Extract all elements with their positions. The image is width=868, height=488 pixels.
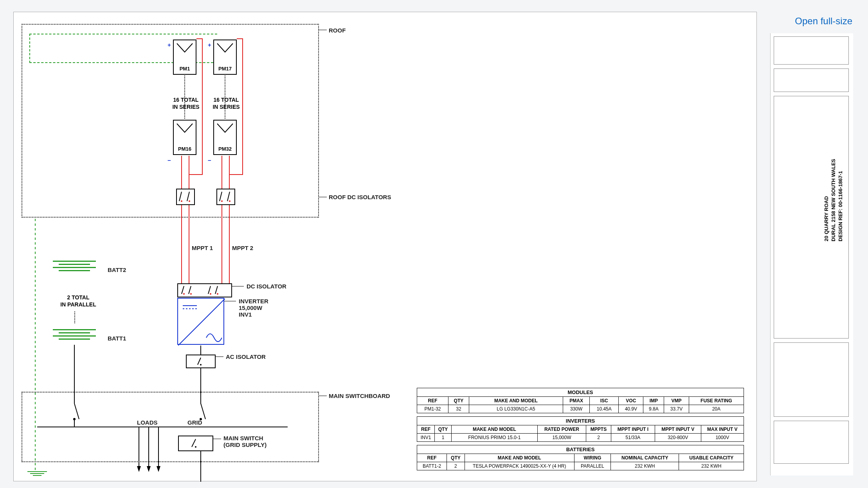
th: MPPTS [586,425,611,434]
th: USABLE CAPACITY [679,454,744,462]
batt2-label: BATT2 [108,267,126,273]
th: MAKE AND MODEL [465,454,574,462]
inverters-title: INVERTERS [417,417,744,425]
td: 51/33A [611,434,655,442]
td: 15,000W [537,434,586,442]
batt-dotted [74,312,75,323]
th: QTY [448,397,469,405]
thumbnail-5[interactable] [774,421,849,464]
svg-marker-42 [137,466,141,472]
batteries-title: BATTERIES [417,445,744,454]
battery-batt1-symbol [53,327,100,342]
table-inverters: INVERTERS REF QTY MAKE AND MODEL RATED P… [417,416,744,442]
td: INV1 [417,434,435,442]
td: FRONIUS PRIMO 15.0-1 [451,434,537,442]
roof-label: ROOF [329,27,346,34]
th: WIRING [574,454,610,462]
td: 232 KWH [611,462,679,470]
thumbnail-3[interactable]: 20 QUARRY ROAD DURAL 2158 NEW SOUTH WALE… [774,96,849,339]
th: MPPT INPUT I [611,425,655,434]
main-switch [178,436,213,451]
tb-line3: DESIGN REF: 00-1166-1867-1 [837,159,845,241]
th: REF [417,454,447,462]
main-switch-sub: (GRID SUPPLY) [223,441,267,448]
tb-line2: DURAL 2158 NEW SOUTH WALES [830,159,837,241]
th: REF [417,425,435,434]
th: FUSE RATING [689,397,744,405]
td: 9.8A [643,405,664,413]
td: 330W [563,405,590,413]
main-switch-title: MAIN SWITCH [223,435,267,441]
th: REF [417,397,448,405]
td: 2 [447,462,465,470]
svg-line-35 [74,403,79,419]
th: VMP [664,397,689,405]
th: ISC [590,397,619,405]
table-batteries: BATTERIES REF QTY MAKE AND MODEL WIRING … [417,445,744,470]
th: RATED POWER [537,425,586,434]
svg-marker-44 [157,466,160,472]
table-row: INV1 1 FRONIUS PRIMO 15.0-1 15,000W 2 51… [417,434,744,442]
tb-line1: 20 QUARRY ROAD [823,159,830,241]
thumbnail-2[interactable] [774,68,849,92]
main-switch-label-block: MAIN SWITCH (GRID SUPPLY) [223,435,267,448]
batt1-label: BATT1 [108,335,126,342]
drawing-page: ROOF PM1 + PM17 + 16 TOTAL IN SERIES 16 … [13,12,757,481]
th: MAKE AND MODEL [451,425,537,434]
td: 33.7V [664,405,689,413]
th: QTY [447,454,465,462]
thumbnail-1[interactable] [774,36,849,65]
svg-line-33 [201,403,205,419]
td: PARALLEL [574,462,610,470]
callout-line-7 [213,439,221,439]
thumbnail-panel: 20 QUARRY ROAD DURAL 2158 NEW SOUTH WALE… [770,33,853,475]
th: NOMINAL CAPACITY [611,454,679,462]
table-modules: MODULES REF QTY MAKE AND MODEL PMAX ISC … [417,388,744,413]
batt-par-2: IN PARALLEL [51,301,106,308]
open-fullsize-link[interactable]: Open full-size [795,16,852,27]
grid-label: GRID [187,419,202,426]
td: BATT1-2 [417,462,447,470]
th: MPPT INPUT V [655,425,701,434]
roof-dc-isolators-label: ROOF DC ISOLATORS [329,194,391,200]
loads-label: LOADS [137,419,158,426]
td: 2 [586,434,611,442]
td: LG LG330N1C-A5 [469,405,563,413]
td: PM1-32 [417,405,448,413]
thumbnail-4[interactable] [774,342,849,417]
svg-marker-43 [147,466,151,472]
main-switchboard-label: MAIN SWITCHBOARD [329,393,390,399]
tables-block: MODULES REF QTY MAKE AND MODEL PMAX ISC … [417,388,744,474]
th: MAX INPUT V [701,425,744,434]
td: 320-800V [655,434,701,442]
td: 40.9V [619,405,643,413]
td: TESLA POWERPACK 1490025-XX-Y (4 HR) [465,462,574,470]
td: 10.45A [590,405,619,413]
td: 1 [435,434,452,442]
th: QTY [435,425,452,434]
ground-wire [14,12,53,482]
td: 20A [689,405,744,413]
svg-point-46 [195,446,196,448]
td: 232 KWH [679,462,744,470]
battery-batt2-symbol [53,259,100,273]
th: IMP [643,397,664,405]
th: PMAX [563,397,590,405]
table-row: PM1-32 32 LG LG330N1C-A5 330W 10.45A 40.… [417,405,744,413]
svg-line-45 [192,439,196,447]
switchboard-wires [14,12,327,482]
td: 1000V [701,434,744,442]
table-row: BATT1-2 2 TESLA POWERPACK 1490025-XX-Y (… [417,462,744,470]
td: 32 [448,405,469,413]
batt-parallel-text: 2 TOTAL IN PARALLEL [51,294,106,308]
batt-par-1: 2 TOTAL [51,294,106,301]
modules-title: MODULES [417,388,744,397]
th: VOC [619,397,643,405]
title-block: 20 QUARRY ROAD DURAL 2158 NEW SOUTH WALE… [823,159,845,241]
th: MAKE AND MODEL [469,397,563,405]
